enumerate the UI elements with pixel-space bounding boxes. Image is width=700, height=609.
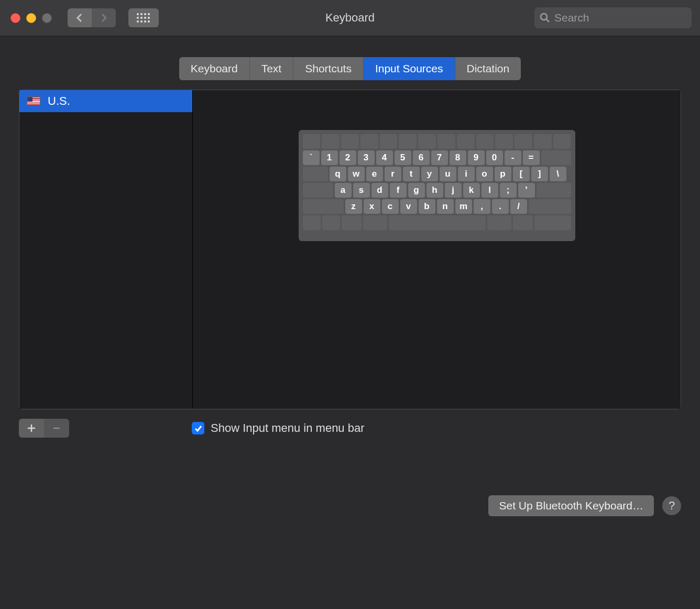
key-tab: [303, 167, 328, 181]
key-x: x: [364, 199, 380, 214]
svg-point-10: [144, 20, 146, 23]
svg-point-0: [137, 13, 139, 15]
svg-point-8: [137, 20, 139, 23]
show-all-button[interactable]: [128, 8, 159, 27]
key-3: 3: [358, 150, 375, 165]
window-controls: [10, 13, 52, 23]
key-equals: =: [523, 150, 540, 165]
tab-input-sources[interactable]: Input Sources: [364, 57, 455, 80]
key-command-left: [363, 215, 387, 230]
content: Keyboard Text Shortcuts Input Sources Di…: [0, 36, 700, 532]
tab-dictation[interactable]: Dictation: [455, 57, 521, 80]
forward-button[interactable]: [92, 8, 116, 27]
close-window-button[interactable]: [10, 13, 20, 23]
minus-icon: [52, 423, 61, 433]
key-a: a: [335, 183, 352, 198]
show-input-menu-label: Show Input menu in menu bar: [211, 421, 365, 435]
key-rbracket: ]: [531, 167, 548, 181]
svg-point-4: [137, 17, 139, 19]
key-f12: [534, 134, 552, 149]
key-slash: /: [510, 199, 527, 214]
key-f8: [457, 134, 475, 149]
key-f6: [418, 134, 436, 149]
key-f4: [380, 134, 398, 149]
svg-point-3: [148, 13, 150, 15]
show-input-menu-checkbox[interactable]: [192, 422, 204, 434]
key-4: 4: [376, 150, 393, 165]
grid-icon: [136, 12, 151, 24]
tab-keyboard[interactable]: Keyboard: [179, 57, 250, 80]
key-backslash: \: [550, 167, 566, 181]
svg-point-7: [148, 17, 150, 19]
help-button[interactable]: ?: [662, 496, 681, 515]
nav-segment: [68, 8, 116, 27]
zoom-window-button[interactable]: [42, 13, 52, 23]
key-c: c: [382, 199, 399, 214]
key-fn: [303, 215, 321, 230]
key-8: 8: [450, 150, 466, 165]
key-comma: ,: [474, 199, 490, 214]
key-f1: [322, 134, 340, 149]
back-button[interactable]: [68, 8, 92, 27]
key-arrows: [534, 215, 571, 230]
setup-bluetooth-keyboard-button[interactable]: Set Up Bluetooth Keyboard…: [488, 495, 654, 516]
key-esc: [303, 134, 321, 149]
key-w: w: [348, 167, 365, 181]
add-remove-segment: [19, 419, 69, 438]
svg-point-6: [144, 17, 146, 19]
key-g: g: [408, 183, 425, 198]
key-f3: [360, 134, 378, 149]
titlebar: Keyboard Search: [0, 0, 700, 36]
key-f5: [399, 134, 417, 149]
svg-line-13: [546, 19, 549, 22]
key-delete: [541, 150, 571, 165]
search-input[interactable]: Search: [534, 7, 692, 28]
key-5: 5: [395, 150, 411, 165]
key-capslock: [303, 183, 333, 198]
key-y: y: [421, 167, 438, 181]
key-v: v: [400, 199, 417, 214]
key-d: d: [371, 183, 388, 198]
key-semicolon: ;: [500, 183, 517, 198]
panel: U.S.: [19, 90, 681, 409]
input-source-label: U.S.: [48, 94, 70, 108]
key-s: s: [353, 183, 370, 198]
key-f: f: [390, 183, 407, 198]
key-7: 7: [431, 150, 448, 165]
key-lbracket: [: [513, 167, 530, 181]
tab-shortcuts[interactable]: Shortcuts: [293, 57, 364, 80]
tab-group: Keyboard Text Shortcuts Input Sources Di…: [179, 57, 521, 80]
window-title: Keyboard: [325, 11, 375, 25]
key-space: [389, 215, 486, 230]
key-quote: ': [518, 183, 535, 198]
key-shift-right: [529, 199, 571, 214]
key-f2: [341, 134, 359, 149]
footer: Set Up Bluetooth Keyboard… ?: [19, 495, 681, 516]
key-6: 6: [413, 150, 430, 165]
key-period: .: [492, 199, 509, 214]
key-j: j: [445, 183, 462, 198]
input-source-item[interactable]: U.S.: [19, 90, 192, 112]
key-q: q: [330, 167, 346, 181]
tab-text[interactable]: Text: [250, 57, 294, 80]
remove-input-source-button[interactable]: [44, 419, 69, 438]
key-f7: [438, 134, 455, 149]
key-h: h: [426, 183, 443, 198]
svg-point-1: [140, 13, 143, 15]
key-k: k: [463, 183, 480, 198]
add-input-source-button[interactable]: [19, 419, 44, 438]
svg-point-5: [140, 17, 143, 19]
key-u: u: [440, 167, 456, 181]
key-2: 2: [340, 150, 356, 165]
us-flag-icon: [27, 96, 40, 106]
search-icon: [540, 13, 550, 23]
minimize-window-button[interactable]: [26, 13, 36, 23]
key-0: 0: [486, 150, 503, 165]
key-command-right: [487, 215, 511, 230]
plus-icon: [27, 423, 36, 433]
key-f11: [515, 134, 532, 149]
svg-point-12: [541, 14, 547, 20]
svg-point-11: [148, 20, 150, 23]
key-z: z: [345, 199, 362, 214]
input-source-list[interactable]: U.S.: [19, 90, 193, 409]
